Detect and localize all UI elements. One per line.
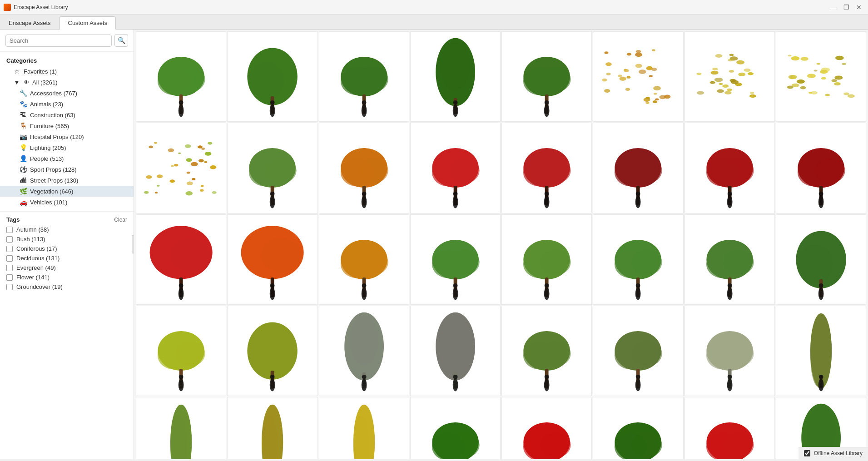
category-street[interactable]: 🏙 Street Props (130) [0,175,134,186]
asset-cell[interactable] [684,123,775,213]
category-people[interactable]: 👤 People (513) [0,153,134,164]
svg-point-70 [719,83,723,85]
tag-evergreen[interactable]: Evergreen (49) [0,263,134,273]
asset-cell[interactable] [319,306,409,396]
svg-point-40 [653,86,661,90]
category-sport[interactable]: ⚽ Sport Props (128) [0,164,134,175]
asset-cell[interactable] [501,31,592,122]
category-lighting[interactable]: 💡 Lighting (205) [0,142,134,153]
tag-bush-checkbox[interactable] [6,236,13,243]
tag-groundcover[interactable]: Groundcover (19) [0,282,134,292]
asset-cell[interactable] [684,306,775,396]
search-input[interactable] [5,35,112,47]
svg-point-41 [605,62,612,66]
close-button[interactable]: ✕ [853,2,864,13]
svg-point-167 [636,192,640,196]
svg-point-79 [736,60,744,64]
tag-deciduous-checkbox[interactable] [6,255,13,262]
category-accessories[interactable]: 🔧 Accessories (767) [0,88,134,99]
minimize-button[interactable]: — [828,2,839,13]
clear-button[interactable]: Clear [114,217,127,223]
tag-coniferous[interactable]: Coniferous (17) [0,244,134,253]
asset-cell[interactable] [593,214,683,305]
asset-cell[interactable] [227,123,317,213]
svg-point-68 [750,92,754,94]
tag-groundcover-checkbox[interactable] [6,284,13,290]
svg-point-80 [744,69,750,72]
asset-cell[interactable] [684,214,775,305]
vehicles-icon: 🚗 [19,198,27,206]
asset-cell[interactable] [501,397,592,459]
tag-flower-checkbox[interactable] [6,274,13,281]
asset-cell[interactable] [136,214,226,305]
asset-cell[interactable] [136,31,226,122]
sidebar-scroll[interactable]: Categories ☆ Favorites (1) ▼ 👁 All (3261… [0,52,134,459]
asset-cell[interactable] [319,214,409,305]
tag-autumn[interactable]: Autumn (38) [0,225,134,234]
asset-area[interactable]: Offline Asset Library [134,30,868,459]
svg-point-75 [729,54,734,56]
asset-cell[interactable] [136,397,226,459]
svg-point-223 [797,244,833,284]
tab-custom-assets[interactable]: Custom Assets [60,16,116,30]
svg-point-206 [541,249,571,275]
asset-cell[interactable] [501,123,592,213]
svg-point-262 [724,341,754,366]
asset-cell[interactable] [136,306,226,396]
asset-cell[interactable] [776,123,866,213]
asset-cell[interactable] [410,31,501,122]
category-furniture[interactable]: 🪑 Furniture (565) [0,120,134,131]
tag-autumn-checkbox[interactable] [6,227,13,233]
asset-cell[interactable] [227,397,317,459]
asset-cell[interactable] [410,306,501,396]
restore-button[interactable]: ❐ [841,2,852,13]
asset-cell[interactable] [410,397,501,459]
category-hospital[interactable]: 📷 Hospital Props (120) [0,131,134,142]
tag-bush[interactable]: Bush (113) [0,234,134,244]
svg-point-109 [187,182,193,185]
asset-cell[interactable] [776,306,866,396]
asset-cell[interactable] [684,397,775,459]
tag-deciduous[interactable]: Deciduous (131) [0,253,134,263]
tag-coniferous-checkbox[interactable] [6,246,13,252]
asset-cell[interactable] [136,123,226,213]
tag-evergreen-checkbox[interactable] [6,265,13,271]
asset-cell[interactable] [501,214,592,305]
tab-enscape-assets[interactable]: Enscape Assets [0,16,60,29]
asset-cell[interactable] [319,123,409,213]
asset-cell[interactable] [227,31,317,122]
svg-point-71 [738,73,745,76]
category-vegetation[interactable]: 🌿 Vegetation (646) [0,186,134,197]
category-favorites[interactable]: ☆ Favorites (1) [0,66,134,77]
asset-cell[interactable] [593,123,683,213]
svg-point-83 [843,92,849,95]
asset-cell[interactable] [501,306,592,396]
asset-cell[interactable] [776,31,866,122]
category-vehicles[interactable]: 🚗 Vehicles (101) [0,197,134,208]
svg-point-61 [715,54,722,58]
svg-point-53 [618,74,622,77]
asset-cell[interactable] [593,31,683,122]
asset-cell[interactable] [776,214,866,305]
asset-cell[interactable] [684,31,775,122]
asset-cell[interactable] [227,306,317,396]
asset-cell[interactable] [227,214,317,305]
svg-point-57 [660,95,666,99]
svg-point-59 [712,68,718,70]
asset-cell[interactable] [410,123,501,213]
svg-point-179 [818,192,823,196]
sport-icon: ⚽ [19,166,27,173]
category-all[interactable]: ▼ 👁 All (3261) [0,77,134,88]
asset-cell[interactable] [593,397,683,459]
search-button[interactable]: 🔍 [114,34,128,47]
asset-cell[interactable] [319,397,409,459]
category-animals[interactable]: 🐾 Animals (23) [0,99,134,109]
asset-cell[interactable] [410,214,501,305]
asset-cell[interactable] [593,306,683,396]
category-construction[interactable]: 🏗 Construction (63) [0,109,134,120]
svg-point-191 [270,283,275,288]
offline-checkbox[interactable] [804,450,810,456]
asset-cell[interactable] [319,31,409,122]
tag-flower[interactable]: Flower (141) [0,273,134,282]
vegetation-icon: 🌿 [19,188,27,195]
